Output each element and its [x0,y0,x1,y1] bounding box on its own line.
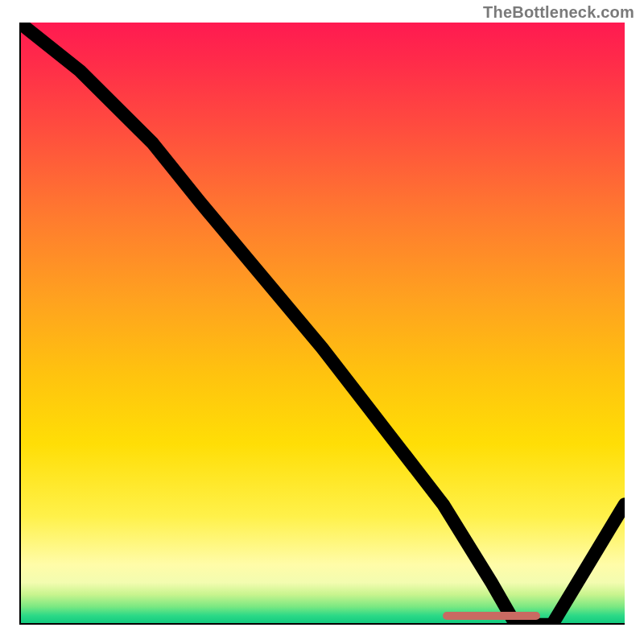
chart-container: TheBottleneck.com [0,0,644,644]
plot-area [19,23,625,625]
watermark-text: TheBottleneck.com [483,3,634,22]
bottleneck-curve [19,23,625,625]
